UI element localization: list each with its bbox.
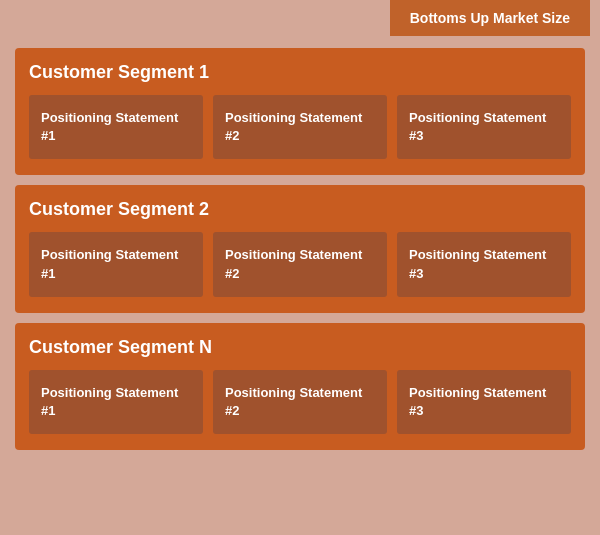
statements-row-1: Positioning Statement #1Positioning Stat… [29,95,571,159]
statement-card-2-1: Positioning Statement #1 [29,232,203,296]
segment-title-1: Customer Segment 1 [29,62,571,83]
statement-card-3-3: Positioning Statement #3 [397,370,571,434]
statement-card-3-1: Positioning Statement #1 [29,370,203,434]
statement-card-1-2: Positioning Statement #2 [213,95,387,159]
segment-title-3: Customer Segment N [29,337,571,358]
statement-card-2-2: Positioning Statement #2 [213,232,387,296]
header-label: Bottoms Up Market Size [390,0,590,36]
segment-title-2: Customer Segment 2 [29,199,571,220]
statement-card-2-3: Positioning Statement #3 [397,232,571,296]
statement-card-1-1: Positioning Statement #1 [29,95,203,159]
statements-row-2: Positioning Statement #1Positioning Stat… [29,232,571,296]
statements-row-3: Positioning Statement #1Positioning Stat… [29,370,571,434]
statement-card-3-2: Positioning Statement #2 [213,370,387,434]
main-content: Customer Segment 1Positioning Statement … [15,48,585,450]
statement-card-1-3: Positioning Statement #3 [397,95,571,159]
segment-block-2: Customer Segment 2Positioning Statement … [15,185,585,312]
segment-block-3: Customer Segment NPositioning Statement … [15,323,585,450]
segment-block-1: Customer Segment 1Positioning Statement … [15,48,585,175]
